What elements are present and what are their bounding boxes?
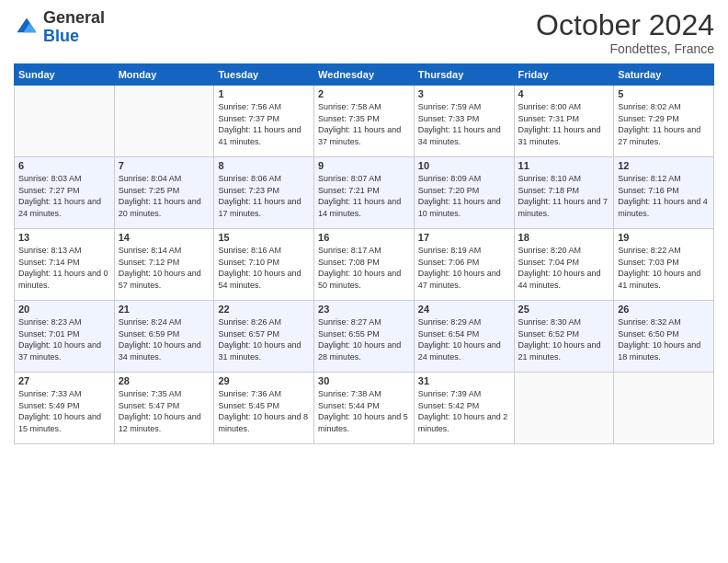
- calendar-week-row: 20Sunrise: 8:23 AM Sunset: 7:01 PM Dayli…: [15, 301, 714, 373]
- day-detail: Sunrise: 7:56 AM Sunset: 7:37 PM Dayligh…: [218, 101, 310, 147]
- day-detail: Sunrise: 8:04 AM Sunset: 7:25 PM Dayligh…: [119, 173, 210, 219]
- calendar-cell: 27Sunrise: 7:33 AM Sunset: 5:49 PM Dayli…: [15, 373, 115, 444]
- day-detail: Sunrise: 8:17 AM Sunset: 7:08 PM Dayligh…: [318, 245, 410, 291]
- calendar-cell: 16Sunrise: 8:17 AM Sunset: 7:08 PM Dayli…: [314, 229, 415, 301]
- calendar-header-row: SundayMondayTuesdayWednesdayThursdayFrid…: [15, 64, 714, 86]
- calendar-table: SundayMondayTuesdayWednesdayThursdayFrid…: [14, 63, 714, 444]
- logo-general: General: [43, 8, 105, 27]
- calendar-cell: 8Sunrise: 8:06 AM Sunset: 7:23 PM Daylig…: [214, 157, 314, 229]
- day-detail: Sunrise: 8:14 AM Sunset: 7:12 PM Dayligh…: [119, 245, 210, 291]
- day-number: 9: [318, 160, 410, 171]
- calendar-cell: 25Sunrise: 8:30 AM Sunset: 6:52 PM Dayli…: [514, 301, 614, 373]
- calendar-header-thursday: Thursday: [414, 64, 514, 86]
- day-detail: Sunrise: 8:22 AM Sunset: 7:03 PM Dayligh…: [618, 245, 710, 291]
- day-detail: Sunrise: 7:59 AM Sunset: 7:33 PM Dayligh…: [418, 101, 510, 147]
- calendar-cell: 19Sunrise: 8:22 AM Sunset: 7:03 PM Dayli…: [614, 229, 714, 301]
- calendar-header-sunday: Sunday: [15, 64, 115, 86]
- calendar-cell: 20Sunrise: 8:23 AM Sunset: 7:01 PM Dayli…: [15, 301, 115, 373]
- logo-text: General Blue: [43, 9, 105, 46]
- day-number: 20: [18, 304, 110, 315]
- calendar-cell: 21Sunrise: 8:24 AM Sunset: 6:59 PM Dayli…: [114, 301, 214, 373]
- day-number: 27: [18, 375, 110, 386]
- calendar-cell: 1Sunrise: 7:56 AM Sunset: 7:37 PM Daylig…: [214, 86, 314, 157]
- day-number: 11: [518, 160, 610, 171]
- day-detail: Sunrise: 8:06 AM Sunset: 7:23 PM Dayligh…: [218, 173, 310, 219]
- calendar-header-monday: Monday: [114, 64, 214, 86]
- calendar-cell: 26Sunrise: 8:32 AM Sunset: 6:50 PM Dayli…: [614, 301, 714, 373]
- day-number: 23: [318, 304, 410, 315]
- calendar-header-wednesday: Wednesday: [314, 64, 415, 86]
- day-number: 7: [119, 160, 210, 171]
- day-number: 2: [318, 88, 410, 99]
- calendar-cell: 18Sunrise: 8:20 AM Sunset: 7:04 PM Dayli…: [514, 229, 614, 301]
- calendar-cell: 2Sunrise: 7:58 AM Sunset: 7:35 PM Daylig…: [314, 86, 415, 157]
- day-number: 16: [318, 232, 410, 243]
- calendar-cell: 23Sunrise: 8:27 AM Sunset: 6:55 PM Dayli…: [314, 301, 415, 373]
- calendar-cell: 14Sunrise: 8:14 AM Sunset: 7:12 PM Dayli…: [114, 229, 214, 301]
- day-detail: Sunrise: 7:35 AM Sunset: 5:47 PM Dayligh…: [119, 388, 210, 434]
- day-detail: Sunrise: 7:33 AM Sunset: 5:49 PM Dayligh…: [18, 388, 110, 434]
- day-number: 24: [418, 304, 510, 315]
- logo-icon: [14, 15, 40, 40]
- day-detail: Sunrise: 8:23 AM Sunset: 7:01 PM Dayligh…: [18, 316, 110, 362]
- calendar-cell: 5Sunrise: 8:02 AM Sunset: 7:29 PM Daylig…: [614, 86, 714, 157]
- day-number: 4: [518, 88, 610, 99]
- day-number: 3: [418, 88, 510, 99]
- day-number: 5: [618, 88, 710, 99]
- day-number: 18: [518, 232, 610, 243]
- day-number: 13: [18, 232, 110, 243]
- day-detail: Sunrise: 7:36 AM Sunset: 5:45 PM Dayligh…: [218, 388, 310, 434]
- day-number: 31: [418, 375, 510, 386]
- day-detail: Sunrise: 7:58 AM Sunset: 7:35 PM Dayligh…: [318, 101, 410, 147]
- day-number: 14: [119, 232, 210, 243]
- calendar-week-row: 27Sunrise: 7:33 AM Sunset: 5:49 PM Dayli…: [15, 373, 714, 444]
- day-detail: Sunrise: 8:09 AM Sunset: 7:20 PM Dayligh…: [418, 173, 510, 219]
- calendar-cell: 7Sunrise: 8:04 AM Sunset: 7:25 PM Daylig…: [114, 157, 214, 229]
- calendar-cell: 17Sunrise: 8:19 AM Sunset: 7:06 PM Dayli…: [414, 229, 514, 301]
- day-detail: Sunrise: 8:02 AM Sunset: 7:29 PM Dayligh…: [618, 101, 710, 147]
- calendar-cell: 22Sunrise: 8:26 AM Sunset: 6:57 PM Dayli…: [214, 301, 314, 373]
- day-number: 6: [18, 160, 110, 171]
- day-detail: Sunrise: 8:30 AM Sunset: 6:52 PM Dayligh…: [518, 316, 610, 362]
- calendar-cell: 10Sunrise: 8:09 AM Sunset: 7:20 PM Dayli…: [414, 157, 514, 229]
- calendar-header-saturday: Saturday: [614, 64, 714, 86]
- day-number: 22: [218, 304, 310, 315]
- day-detail: Sunrise: 8:29 AM Sunset: 6:54 PM Dayligh…: [418, 316, 510, 362]
- calendar-cell: 24Sunrise: 8:29 AM Sunset: 6:54 PM Dayli…: [414, 301, 514, 373]
- calendar-cell: 28Sunrise: 7:35 AM Sunset: 5:47 PM Dayli…: [114, 373, 214, 444]
- day-detail: Sunrise: 7:38 AM Sunset: 5:44 PM Dayligh…: [318, 388, 410, 434]
- calendar-cell: [114, 86, 214, 157]
- day-detail: Sunrise: 8:26 AM Sunset: 6:57 PM Dayligh…: [218, 316, 310, 362]
- title-block: October 2024 Fondettes, France: [536, 9, 714, 56]
- day-detail: Sunrise: 7:39 AM Sunset: 5:42 PM Dayligh…: [418, 388, 510, 434]
- day-number: 21: [119, 304, 210, 315]
- day-detail: Sunrise: 8:12 AM Sunset: 7:16 PM Dayligh…: [618, 173, 710, 219]
- location: Fondettes, France: [536, 41, 714, 56]
- calendar-week-row: 13Sunrise: 8:13 AM Sunset: 7:14 PM Dayli…: [15, 229, 714, 301]
- day-detail: Sunrise: 8:00 AM Sunset: 7:31 PM Dayligh…: [518, 101, 610, 147]
- day-detail: Sunrise: 8:13 AM Sunset: 7:14 PM Dayligh…: [18, 245, 110, 291]
- calendar-header-friday: Friday: [514, 64, 614, 86]
- day-detail: Sunrise: 8:32 AM Sunset: 6:50 PM Dayligh…: [618, 316, 710, 362]
- calendar-cell: 31Sunrise: 7:39 AM Sunset: 5:42 PM Dayli…: [414, 373, 514, 444]
- day-detail: Sunrise: 8:10 AM Sunset: 7:18 PM Dayligh…: [518, 173, 610, 219]
- day-number: 29: [218, 375, 310, 386]
- page: General Blue October 2024 Fondettes, Fra…: [0, 0, 728, 563]
- day-number: 1: [218, 88, 310, 99]
- calendar-week-row: 6Sunrise: 8:03 AM Sunset: 7:27 PM Daylig…: [15, 157, 714, 229]
- calendar-cell: [15, 86, 115, 157]
- calendar-cell: [514, 373, 614, 444]
- day-number: 10: [418, 160, 510, 171]
- header: General Blue October 2024 Fondettes, Fra…: [14, 9, 714, 56]
- calendar-cell: 29Sunrise: 7:36 AM Sunset: 5:45 PM Dayli…: [214, 373, 314, 444]
- day-detail: Sunrise: 8:24 AM Sunset: 6:59 PM Dayligh…: [119, 316, 210, 362]
- day-number: 25: [518, 304, 610, 315]
- day-detail: Sunrise: 8:16 AM Sunset: 7:10 PM Dayligh…: [218, 245, 310, 291]
- calendar-cell: 3Sunrise: 7:59 AM Sunset: 7:33 PM Daylig…: [414, 86, 514, 157]
- logo-blue: Blue: [43, 27, 79, 45]
- day-detail: Sunrise: 8:20 AM Sunset: 7:04 PM Dayligh…: [518, 245, 610, 291]
- day-number: 17: [418, 232, 510, 243]
- day-detail: Sunrise: 8:07 AM Sunset: 7:21 PM Dayligh…: [318, 173, 410, 219]
- day-number: 28: [119, 375, 210, 386]
- day-number: 15: [218, 232, 310, 243]
